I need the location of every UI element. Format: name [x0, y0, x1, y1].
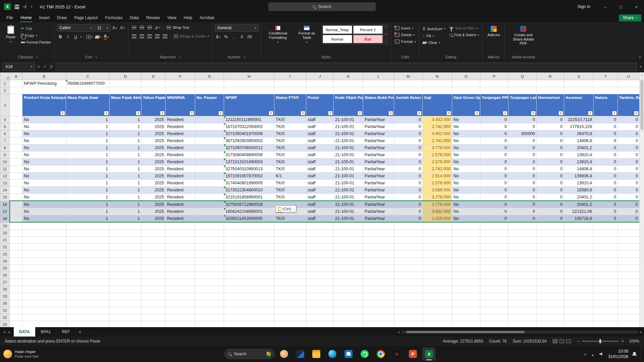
cell-U22[interactable]	[618, 243, 640, 250]
cell-Q31[interactable]	[508, 307, 537, 314]
cell-L17[interactable]: PartialYear	[363, 208, 394, 215]
increase-decimal-button[interactable]: .0	[238, 34, 245, 40]
undo-button[interactable]: ↺	[23, 5, 27, 9]
ribbon-tab-file[interactable]: File	[3, 13, 17, 22]
tab-splitter-handle[interactable]: ⋮	[89, 330, 93, 334]
cell-F33[interactable]	[166, 321, 195, 327]
cell-Q1[interactable]	[508, 80, 537, 87]
zoom-slider-thumb[interactable]	[599, 339, 601, 343]
align-top-button[interactable]	[131, 24, 138, 31]
cell-D14[interactable]: 1	[110, 187, 142, 194]
cell-B6[interactable]: No	[22, 130, 66, 137]
cell-B9[interactable]: No	[22, 152, 66, 159]
cell-A2[interactable]	[10, 87, 22, 94]
cell-P3[interactable]: Tunjangan PPh▾	[480, 94, 508, 116]
cell-O18[interactable]: No	[452, 215, 480, 223]
row-header-16[interactable]: 16	[0, 201, 10, 208]
ribbon-tab-draw[interactable]: Draw	[53, 13, 70, 22]
cell-S6[interactable]: 26470,8	[564, 130, 594, 137]
cell-T1[interactable]	[594, 80, 618, 87]
cell-K33[interactable]	[334, 321, 363, 327]
cell-Q29[interactable]	[508, 293, 537, 300]
cell-R19[interactable]	[537, 222, 564, 229]
cell-G8[interactable]	[195, 144, 224, 152]
cell-Q32[interactable]	[508, 314, 537, 321]
cell-T30[interactable]	[594, 300, 618, 307]
cell-I2[interactable]	[274, 87, 306, 94]
cell-D22[interactable]	[110, 243, 142, 250]
cell-S16[interactable]: 20401,2	[564, 201, 594, 208]
cell-O16[interactable]: No	[452, 201, 480, 208]
cell-Q30[interactable]	[508, 300, 537, 307]
create-pdf-button[interactable]: Create and Share Adobe PDF	[507, 24, 539, 47]
cell-M33[interactable]	[394, 321, 423, 327]
cell-D23[interactable]	[110, 250, 142, 257]
cell-I19[interactable]	[274, 222, 306, 229]
cell-A22[interactable]	[10, 243, 22, 250]
cell-K17[interactable]: 21-100-01	[334, 208, 363, 215]
cell-C17[interactable]: 1	[66, 208, 110, 215]
filter-button-U[interactable]: ▾	[634, 111, 639, 115]
share-button[interactable]: Share ▾	[619, 14, 641, 21]
taskbar-app-store[interactable]	[342, 347, 355, 361]
cell-K28[interactable]	[334, 286, 363, 293]
filter-button-R[interactable]: ▾	[558, 111, 563, 115]
ribbon-tab-data[interactable]: Data	[126, 13, 142, 22]
sheet-tab-ref[interactable]: REF	[56, 327, 75, 337]
cell-B16[interactable]: No	[22, 201, 66, 208]
ribbon-tab-acrobat[interactable]: Acrobat	[196, 13, 218, 22]
cell-C32[interactable]	[66, 314, 110, 321]
cell-L24[interactable]	[363, 257, 394, 264]
cell-U32[interactable]	[618, 314, 640, 321]
number-format-combo[interactable]: General▾	[215, 24, 259, 32]
cell-P9[interactable]: 0	[480, 152, 508, 159]
font-dialog-launcher[interactable]: ↘	[95, 55, 98, 59]
cell-A10[interactable]	[10, 159, 22, 166]
cell-Q8[interactable]: 0	[508, 144, 537, 152]
cell-G5[interactable]	[195, 123, 224, 130]
cell-F31[interactable]	[166, 307, 195, 314]
taskbar-clock[interactable]: 10:08 31/01/2026	[608, 349, 628, 359]
cell-B28[interactable]	[22, 286, 66, 293]
cell-P27[interactable]	[480, 279, 508, 286]
cell-A31[interactable]	[10, 307, 22, 314]
cell-I23[interactable]	[274, 250, 306, 257]
cell-O24[interactable]	[452, 257, 480, 264]
cell-I32[interactable]	[274, 314, 306, 321]
cell-K5[interactable]: 21-100-01	[334, 123, 363, 130]
cell-B26[interactable]	[22, 272, 66, 279]
cell-H3[interactable]: NPWP▾	[224, 94, 274, 116]
cell-B11[interactable]: No	[22, 166, 66, 173]
cell-U26[interactable]	[618, 272, 640, 279]
cell-P21[interactable]	[480, 236, 508, 243]
row-header-7[interactable]: 7	[0, 137, 10, 144]
taskbar-app-copilot[interactable]	[277, 347, 291, 361]
cell-O3[interactable]: Opsi Gross Up▾	[452, 94, 480, 116]
cell-Q25[interactable]	[508, 264, 537, 272]
cell-R27[interactable]	[537, 279, 564, 286]
cell-U6[interactable]: 0	[618, 130, 640, 137]
row-header-25[interactable]: 25	[0, 264, 10, 272]
cell-F17[interactable]: Resident	[166, 208, 195, 215]
cell-U25[interactable]	[618, 264, 640, 272]
autosum-button[interactable]: ΣAutoSum▾	[422, 25, 446, 32]
cell-G31[interactable]	[195, 307, 224, 314]
delete-cells-button[interactable]: Delete▾	[394, 32, 417, 38]
cell-S14[interactable]: 19380,6	[564, 187, 594, 194]
cell-I4[interactable]: TK/0	[274, 116, 306, 123]
cell-F14[interactable]: Resident	[166, 187, 195, 194]
cell-B10[interactable]: No	[22, 159, 66, 166]
cell-L19[interactable]	[363, 222, 394, 229]
insert-cells-button[interactable]: Insert▾	[394, 25, 417, 31]
cell-D21[interactable]	[110, 236, 142, 243]
cell-N15[interactable]: 3.778.000	[423, 194, 452, 201]
cell-R24[interactable]	[537, 257, 564, 264]
cell-I9[interactable]: TK/0	[274, 152, 306, 159]
cell-N23[interactable]	[423, 250, 452, 257]
cell-C27[interactable]	[66, 279, 110, 286]
cell-S5[interactable]: 177815,229	[564, 123, 594, 130]
cell-B30[interactable]	[22, 300, 66, 307]
cell-Q19[interactable]	[508, 222, 537, 229]
comma-style-button[interactable]: ,	[230, 34, 237, 40]
cell-J26[interactable]	[306, 272, 334, 279]
